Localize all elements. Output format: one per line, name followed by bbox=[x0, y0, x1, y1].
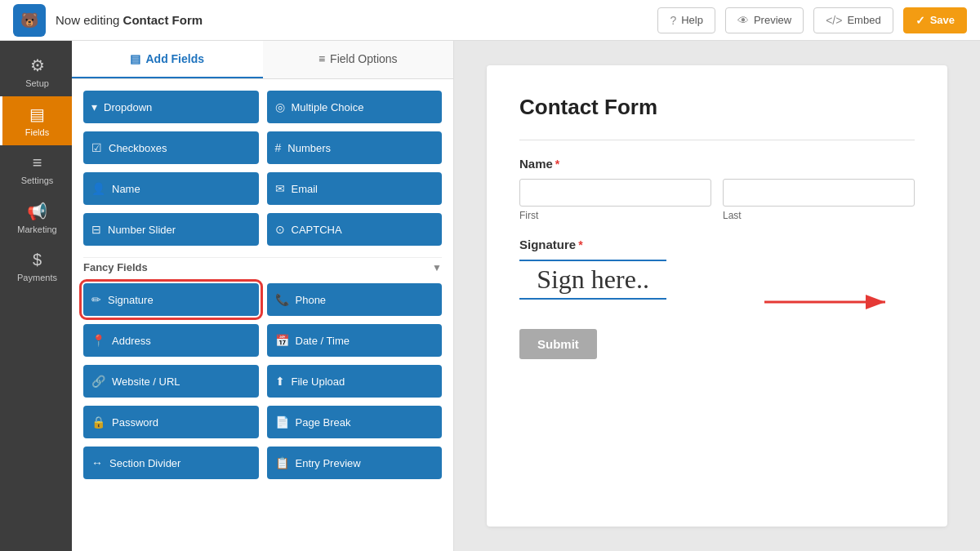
standard-fields-grid: ▾ Dropdown ◎ Multiple Choice ☑ Checkboxe… bbox=[83, 91, 442, 246]
field-btn-datetime[interactable]: 📅 Date / Time bbox=[267, 324, 443, 357]
save-button[interactable]: ✓ Save bbox=[903, 7, 967, 33]
captcha-icon: ⊙ bbox=[275, 223, 285, 236]
field-btn-number-slider[interactable]: ⊟ Number Slider bbox=[83, 213, 259, 246]
top-header: 🐻 Now editing Contact Form ? Help 👁 Prev… bbox=[0, 0, 980, 41]
numbers-icon: # bbox=[275, 141, 282, 154]
field-btn-entry-preview[interactable]: 📋 Entry Preview bbox=[267, 447, 443, 479]
preview-area: Contact Form Name * First Last bbox=[454, 41, 980, 551]
page-break-icon: 📄 bbox=[275, 415, 289, 429]
signature-bottom-line bbox=[519, 298, 666, 300]
embed-button[interactable]: </> Embed bbox=[813, 7, 893, 33]
panel-tabs: ▤ Add Fields ≡ Field Options bbox=[72, 41, 453, 79]
form-title: Contact Form bbox=[519, 95, 915, 120]
name-icon: 👤 bbox=[91, 182, 105, 195]
last-name-wrap: Last bbox=[723, 179, 915, 221]
field-btn-signature[interactable]: ✏ Signature bbox=[83, 283, 259, 316]
field-options-tab-icon: ≡ bbox=[318, 52, 325, 65]
field-btn-multiple-choice[interactable]: ◎ Multiple Choice bbox=[267, 91, 443, 123]
submit-button[interactable]: Submit bbox=[519, 329, 597, 359]
section-divider-icon: ↔ bbox=[91, 456, 103, 469]
form-divider bbox=[519, 140, 915, 140]
field-btn-address[interactable]: 📍 Address bbox=[83, 324, 259, 357]
fields-icon: ▤ bbox=[29, 104, 45, 124]
signature-top-line bbox=[519, 260, 666, 261]
checkboxes-icon: ☑ bbox=[91, 141, 102, 154]
name-field-label: Name * bbox=[519, 157, 915, 171]
signature-field-label: Signature * bbox=[519, 238, 915, 251]
field-btn-phone[interactable]: 📞 Phone bbox=[267, 283, 443, 316]
fancy-fields-chevron[interactable]: ▼ bbox=[432, 262, 442, 273]
first-name-label: First bbox=[519, 210, 711, 221]
signature-icon: ✏ bbox=[91, 293, 101, 306]
save-check-icon: ✓ bbox=[915, 14, 925, 27]
tab-add-fields[interactable]: ▤ Add Fields bbox=[72, 41, 263, 78]
fancy-fields-grid: ✏ Signature 📞 Phone 📍 Address 📅 Date / T… bbox=[83, 283, 442, 479]
multiple-choice-icon: ◎ bbox=[275, 100, 285, 113]
number-slider-icon: ⊟ bbox=[91, 223, 101, 236]
tab-field-options[interactable]: ≡ Field Options bbox=[263, 41, 454, 78]
field-btn-password[interactable]: 🔒 Password bbox=[83, 406, 259, 438]
field-btn-section-divider[interactable]: ↔ Section Divider bbox=[83, 447, 259, 479]
sidebar-item-marketing[interactable]: 📢 Marketing bbox=[0, 193, 72, 242]
signature-field-group: Signature * Sign here.. bbox=[519, 238, 915, 300]
sidebar: ⚙ Setup ▤ Fields ≡ Settings 📢 Marketing … bbox=[0, 41, 72, 551]
embed-icon: </> bbox=[826, 14, 842, 27]
settings-icon: ≡ bbox=[33, 153, 42, 172]
setup-icon: ⚙ bbox=[30, 56, 45, 75]
signature-box[interactable]: Sign here.. bbox=[519, 260, 666, 300]
marketing-icon: 📢 bbox=[27, 202, 47, 221]
file-upload-icon: ⬆ bbox=[275, 375, 285, 388]
first-name-wrap: First bbox=[519, 179, 711, 221]
field-btn-website-url[interactable]: 🔗 Website / URL bbox=[83, 365, 259, 398]
address-icon: 📍 bbox=[91, 334, 105, 347]
sidebar-item-settings[interactable]: ≡ Settings bbox=[0, 145, 72, 193]
main-layout: ⚙ Setup ▤ Fields ≡ Settings 📢 Marketing … bbox=[0, 41, 980, 551]
first-name-input[interactable] bbox=[519, 179, 711, 207]
sidebar-item-payments[interactable]: $ Payments bbox=[0, 242, 72, 291]
field-btn-email[interactable]: ✉ Email bbox=[267, 172, 443, 205]
website-icon: 🔗 bbox=[91, 375, 105, 388]
field-btn-captcha[interactable]: ⊙ CAPTCHA bbox=[267, 213, 443, 246]
preview-button[interactable]: 👁 Preview bbox=[725, 7, 804, 33]
help-icon: ? bbox=[670, 14, 676, 27]
datetime-icon: 📅 bbox=[275, 334, 289, 347]
field-btn-dropdown[interactable]: ▾ Dropdown bbox=[83, 91, 259, 123]
sidebar-item-fields[interactable]: ▤ Fields bbox=[0, 96, 72, 145]
app-logo: 🐻 bbox=[13, 4, 46, 37]
phone-icon: 📞 bbox=[275, 293, 289, 306]
password-icon: 🔒 bbox=[91, 415, 105, 429]
header-title: Now editing Contact Form bbox=[56, 13, 203, 27]
signature-placeholder-text: Sign here.. bbox=[533, 264, 653, 295]
panel-content: ▾ Dropdown ◎ Multiple Choice ☑ Checkboxe… bbox=[72, 79, 453, 551]
email-icon: ✉ bbox=[275, 182, 285, 195]
fields-panel: ▤ Add Fields ≡ Field Options ▾ Dropdown … bbox=[72, 41, 454, 551]
dropdown-icon: ▾ bbox=[91, 100, 97, 113]
name-field-group: Name * First Last bbox=[519, 157, 915, 221]
field-btn-file-upload[interactable]: ⬆ File Upload bbox=[267, 365, 443, 398]
last-name-label: Last bbox=[723, 210, 915, 221]
form-preview-card: Contact Form Name * First Last bbox=[487, 65, 947, 527]
signature-required-star: * bbox=[578, 238, 582, 251]
field-btn-checkboxes[interactable]: ☑ Checkboxes bbox=[83, 131, 259, 164]
preview-icon: 👁 bbox=[737, 14, 749, 27]
payments-icon: $ bbox=[33, 251, 42, 269]
add-fields-tab-icon: ▤ bbox=[130, 52, 140, 65]
name-required-star: * bbox=[555, 158, 559, 171]
fancy-fields-header: Fancy Fields ▼ bbox=[83, 257, 442, 275]
field-btn-name[interactable]: 👤 Name bbox=[83, 172, 259, 205]
field-btn-numbers[interactable]: # Numbers bbox=[267, 131, 443, 164]
entry-preview-icon: 📋 bbox=[275, 456, 289, 469]
field-btn-page-break[interactable]: 📄 Page Break bbox=[267, 406, 443, 438]
name-fields-row: First Last bbox=[519, 179, 915, 221]
help-button[interactable]: ? Help bbox=[657, 7, 715, 33]
sidebar-item-setup[interactable]: ⚙ Setup bbox=[0, 47, 72, 96]
last-name-input[interactable] bbox=[723, 179, 915, 207]
